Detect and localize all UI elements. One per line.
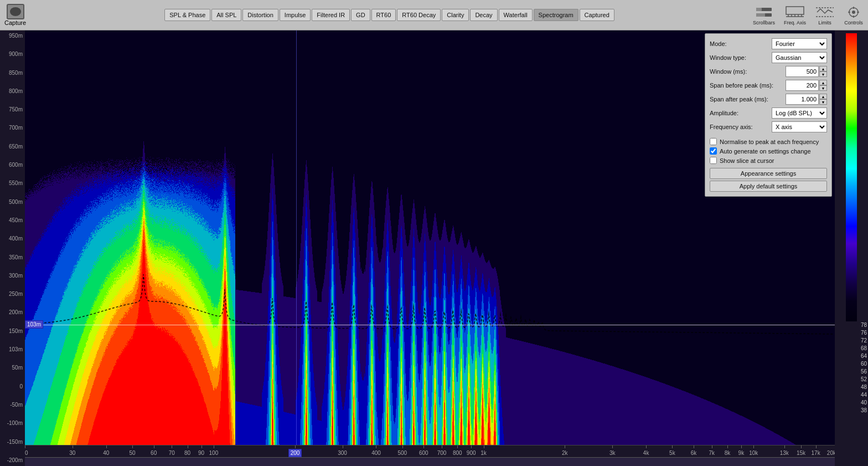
y-label: -200m (0, 458, 25, 463)
y-label: 650m (0, 144, 25, 150)
limits-label: Limits (818, 20, 831, 25)
mode-label: Mode: (710, 40, 772, 47)
x-label: 50 (129, 450, 135, 456)
y-label: 750m (0, 107, 25, 112)
span-after-spinner: ▲ ▼ (819, 94, 827, 105)
y-label: 800m (0, 89, 25, 94)
limits-button[interactable]: Limits (815, 4, 835, 25)
amplitude-row: Amplitude: Log (dB SPL) (710, 107, 827, 119)
cursor-y-label: 103m (25, 320, 43, 329)
tab-distortion[interactable]: Distortion (242, 9, 278, 21)
apply-default-settings-button[interactable]: Apply default settings (710, 181, 827, 192)
normalise-row: Normalise to peak at each frequency (710, 138, 827, 145)
toolbar: Capture SPL & PhaseAll SPLDistortionImpu… (0, 0, 868, 30)
colorscale-label: 76 (835, 329, 868, 337)
normalise-checkbox[interactable] (710, 138, 717, 145)
tab-waterfall[interactable]: Waterfall (499, 9, 533, 21)
tab-rt60[interactable]: RT60 (371, 9, 396, 21)
auto-generate-checkbox[interactable] (710, 147, 717, 155)
window-ms-down[interactable]: ▼ (819, 71, 827, 77)
amplitude-select[interactable]: Log (dB SPL) (772, 107, 827, 119)
y-label: -50m (0, 402, 25, 408)
x-cursor-label: 200 (288, 449, 302, 457)
x-label: 500 (397, 450, 407, 456)
colorscale-label: 72 (835, 337, 868, 345)
capture-label: Capture (4, 19, 26, 26)
x-label: 8k (725, 450, 731, 456)
freq-axis-button[interactable]: Freq. Axis (784, 4, 806, 25)
window-ms-input[interactable] (786, 66, 819, 77)
span-after-input[interactable] (786, 94, 819, 105)
y-label: 150m (0, 329, 25, 334)
window-type-label: Window type: (710, 54, 772, 61)
freq-axis-select[interactable]: X axis (772, 121, 827, 132)
window-type-select[interactable]: Gaussian (772, 52, 827, 63)
colorscale-panel: 787672686460565248444038 (835, 30, 868, 466)
colorscale-label: 38 (835, 407, 868, 414)
span-before-down[interactable]: ▼ (819, 85, 827, 91)
span-before-up[interactable]: ▲ (819, 80, 827, 85)
x-label: 800 (453, 450, 462, 456)
scroll-bar[interactable] (25, 457, 835, 466)
mode-select[interactable]: Fourier (772, 38, 827, 49)
controls-button[interactable]: Controls (844, 4, 864, 25)
x-label: 30 (69, 450, 75, 456)
show-slice-row: Show slice at cursor (710, 157, 827, 164)
y-label: 50m (0, 365, 25, 371)
x-label: 20kHz (827, 450, 835, 456)
colorscale-label: 40 (835, 399, 868, 407)
tab-decay[interactable]: Decay (470, 9, 497, 21)
scrollbars-label: Scrollbars (753, 20, 775, 25)
window-ms-spinner: ▲ ▼ (819, 66, 827, 77)
span-after-label: Span after peak (ms): (710, 96, 786, 103)
tab-captured[interactable]: Captured (580, 9, 614, 21)
colorscale-label: 78 (835, 321, 868, 329)
capture-button[interactable]: Capture (4, 4, 26, 26)
tab-spl-phase[interactable]: SPL & Phase (164, 9, 210, 21)
colorscale-label: 56 (835, 368, 868, 376)
span-after-down[interactable]: ▼ (819, 99, 827, 105)
span-before-row: Span before peak (ms): ▲ ▼ (710, 80, 827, 91)
camera-icon (7, 4, 24, 19)
x-label: 700 (437, 450, 447, 456)
y-label: -150m (0, 439, 25, 445)
show-slice-checkbox[interactable] (710, 157, 717, 164)
tab-filtered-ir[interactable]: Filtered IR (312, 9, 350, 21)
tab-gd[interactable]: GD (351, 9, 370, 21)
colorscale-label: 68 (835, 345, 868, 352)
tab-clarity[interactable]: Clarity (442, 9, 469, 21)
controls-label: Controls (844, 20, 863, 25)
svg-rect-2 (756, 8, 762, 11)
x-label: 600 (419, 450, 428, 456)
x-label: 7k (709, 450, 715, 456)
colorscale-label: 52 (835, 376, 868, 383)
span-after-up[interactable]: ▲ (819, 94, 827, 99)
span-before-control: ▲ ▼ (786, 80, 827, 91)
tab-impulse[interactable]: Impulse (280, 9, 311, 21)
window-ms-up[interactable]: ▲ (819, 66, 827, 71)
tab-spectrogram[interactable]: Spectrogram (534, 9, 578, 21)
span-after-row: Span after peak (ms): ▲ ▼ (710, 94, 827, 105)
right-toolbar: Scrollbars Freq. Axis (753, 4, 864, 25)
y-axis: 950m900m850m800m750m700m650m600m550m500m… (0, 30, 25, 466)
colorscale-label: 60 (835, 360, 868, 368)
appearance-settings-button[interactable]: Appearance settings (710, 168, 827, 179)
x-axis: 2030405060708090100200300400500600700800… (25, 445, 835, 457)
y-label: 600m (0, 162, 25, 168)
y-label: 900m (0, 52, 25, 57)
x-label: 1k (480, 450, 487, 456)
span-before-label: Span before peak (ms): (710, 82, 786, 89)
x-label: 400 (371, 450, 381, 456)
tab-all-spl[interactable]: All SPL (211, 9, 241, 21)
colorscale-label: 44 (835, 391, 868, 399)
svg-rect-4 (786, 7, 804, 14)
normalise-label: Normalise to peak at each frequency (720, 139, 819, 145)
scrollbars-button[interactable]: Scrollbars (753, 4, 775, 25)
mode-control: Fourier (772, 38, 827, 49)
x-label: 70 (169, 450, 175, 456)
x-label: 80 (184, 450, 190, 456)
amplitude-label: Amplitude: (710, 110, 772, 116)
tab-rt60-decay[interactable]: RT60 Decay (397, 9, 441, 21)
span-before-input[interactable] (786, 80, 819, 91)
x-label: 17k (812, 450, 820, 456)
